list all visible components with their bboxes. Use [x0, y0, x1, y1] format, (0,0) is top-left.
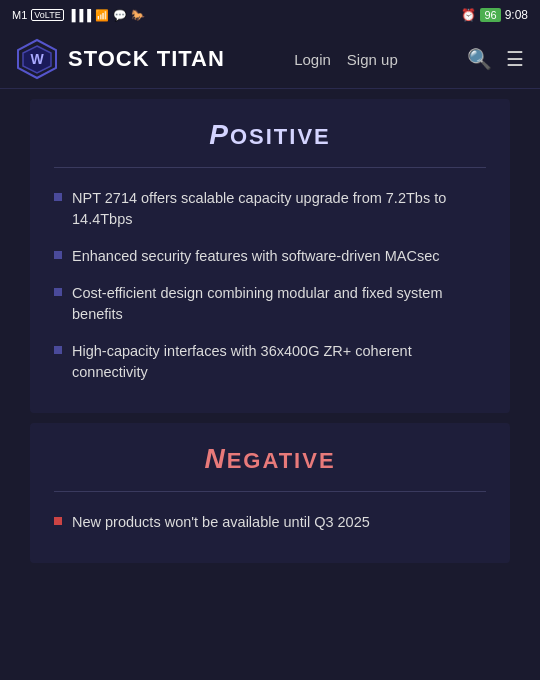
negative-title: NEGATIVE	[54, 443, 486, 475]
wifi-icon: 📶	[95, 9, 109, 22]
negative-bullet-list: New products won't be available until Q3…	[54, 512, 486, 533]
negative-item-1: New products won't be available until Q3…	[72, 512, 370, 533]
positive-section: POSITIVE NPT 2714 offers scalable capaci…	[30, 99, 510, 413]
positive-title: POSITIVE	[54, 119, 486, 151]
brand: W STOCK TITAN	[16, 38, 225, 80]
status-bar: M1 VoLTE ▐▐▐ 📶 💬 🐎 ⏰ 96 9:08	[0, 0, 540, 30]
volte-label: VoLTE	[31, 9, 63, 21]
positive-item-3: Cost-efficient design combining modular …	[72, 283, 486, 325]
positive-divider	[54, 167, 486, 168]
main-content: POSITIVE NPT 2714 offers scalable capaci…	[0, 99, 540, 563]
negative-section: NEGATIVE New products won't be available…	[30, 423, 510, 563]
positive-item-4: High-capacity interfaces with 36x400G ZR…	[72, 341, 486, 383]
menu-icon[interactable]: ☰	[506, 47, 524, 71]
svg-text:W: W	[30, 51, 44, 67]
brand-name-label: STOCK TITAN	[68, 46, 225, 72]
negative-divider	[54, 491, 486, 492]
positive-title-rest: OSITIVE	[230, 124, 331, 149]
list-item: High-capacity interfaces with 36x400G ZR…	[54, 341, 486, 383]
bullet-icon	[54, 193, 62, 201]
negative-title-cap: N	[204, 443, 226, 474]
list-item: Cost-efficient design combining modular …	[54, 283, 486, 325]
status-left: M1 VoLTE ▐▐▐ 📶 💬 🐎	[12, 9, 145, 22]
whatsapp-icon: 💬	[113, 9, 127, 22]
bullet-icon	[54, 251, 62, 259]
signup-link[interactable]: Sign up	[347, 51, 398, 68]
brand-logo-icon: W	[16, 38, 58, 80]
bullet-icon	[54, 288, 62, 296]
positive-item-2: Enhanced security features with software…	[72, 246, 440, 267]
nav-icons: 🔍 ☰	[467, 47, 524, 71]
alarm-icon: ⏰	[461, 8, 476, 22]
bullet-icon	[54, 517, 62, 525]
time-display: 9:08	[505, 8, 528, 22]
list-item: NPT 2714 offers scalable capacity upgrad…	[54, 188, 486, 230]
battery-indicator: 96	[480, 8, 500, 22]
login-link[interactable]: Login	[294, 51, 331, 68]
positive-bullet-list: NPT 2714 offers scalable capacity upgrad…	[54, 188, 486, 383]
navbar: W STOCK TITAN Login Sign up 🔍 ☰	[0, 30, 540, 89]
search-icon[interactable]: 🔍	[467, 47, 492, 71]
carrier-label: M1	[12, 9, 27, 21]
signal-icon: ▐▐▐	[68, 9, 91, 21]
status-right: ⏰ 96 9:08	[461, 8, 528, 22]
list-item: Enhanced security features with software…	[54, 246, 486, 267]
bullet-icon	[54, 346, 62, 354]
nav-links: Login Sign up	[294, 51, 398, 68]
negative-title-rest: EGATIVE	[227, 448, 336, 473]
positive-title-cap: P	[209, 119, 230, 150]
extra-icon: 🐎	[131, 9, 145, 22]
positive-item-1: NPT 2714 offers scalable capacity upgrad…	[72, 188, 486, 230]
list-item: New products won't be available until Q3…	[54, 512, 486, 533]
